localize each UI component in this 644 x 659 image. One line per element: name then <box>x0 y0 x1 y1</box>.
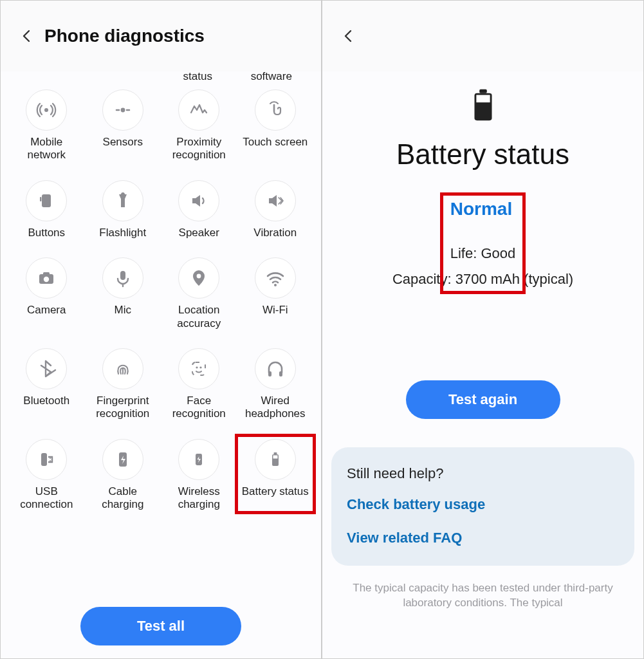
tile-label: USB connection <box>11 485 82 512</box>
location-icon <box>178 257 219 299</box>
clipped-label-software: software <box>235 70 309 83</box>
tile-label: Touch screen <box>243 136 308 149</box>
mic-icon <box>102 257 143 299</box>
tile-wifi[interactable]: Wi-Fi <box>237 257 314 330</box>
clipped-label-status: status <box>161 70 235 83</box>
tile-label: Location accuracy <box>163 304 234 330</box>
footnote: The typical capacity has been tested und… <box>322 566 643 611</box>
chevron-left-icon <box>340 28 356 44</box>
test-again-button[interactable]: Test again <box>406 380 560 419</box>
help-heading: Still need help? <box>347 465 619 482</box>
tile-label: Sensors <box>103 136 143 149</box>
fingerprint-icon <box>102 348 143 389</box>
tile-fingerprint[interactable]: Fingerprint recognition <box>85 348 161 421</box>
tile-label: Fingerprint recognition <box>87 394 158 421</box>
wifi-icon <box>255 257 296 299</box>
battery-status-screen: Battery status Normal Life: Good Capacit… <box>322 0 644 659</box>
tile-mobile-network[interactable]: Mobile network <box>8 89 85 162</box>
tile-label: Speaker <box>179 227 219 239</box>
tile-sensors[interactable]: Sensors <box>85 89 161 162</box>
tile-cable-charging[interactable]: Cable charging <box>85 439 161 512</box>
battery-capacity-value: Capacity: 3700 mAh (typical) <box>392 271 573 288</box>
back-button[interactable] <box>335 23 361 49</box>
tile-mic[interactable]: Mic <box>85 257 161 330</box>
tile-flashlight[interactable]: Flashlight <box>85 180 161 239</box>
tile-bluetooth[interactable]: Bluetooth <box>8 348 85 421</box>
tile-label: Cable charging <box>87 485 158 512</box>
tile-wireless-charging[interactable]: Wireless charging <box>161 439 237 512</box>
chevron-left-icon <box>19 28 34 44</box>
tile-label: Bluetooth <box>23 394 69 407</box>
sensors-icon <box>102 89 143 131</box>
tile-label: Face recognition <box>163 394 234 421</box>
tile-buttons[interactable]: Buttons <box>8 180 85 239</box>
tile-face-recognition[interactable]: Face recognition <box>161 348 237 421</box>
tile-proximity-recognition[interactable]: Proximity recognition <box>161 89 237 162</box>
tile-label: Wired headphones <box>240 394 311 421</box>
tile-label: Mobile network <box>11 136 82 162</box>
camera-icon <box>26 257 67 299</box>
battery-icon <box>255 439 296 480</box>
face-icon <box>178 348 219 389</box>
tile-touch-screen[interactable]: Touch screen <box>237 89 314 162</box>
tile-usb-connection[interactable]: USB connection <box>8 439 85 512</box>
tile-label: Camera <box>27 304 66 317</box>
header <box>322 1 643 71</box>
back-button[interactable] <box>14 23 39 49</box>
clipped-labels-row: status software <box>1 70 321 83</box>
view-faq-link[interactable]: View related FAQ <box>347 530 619 546</box>
tile-location-accuracy[interactable]: Location accuracy <box>161 257 237 330</box>
buttons-icon <box>26 180 67 221</box>
test-all-button[interactable]: Test all <box>80 607 241 645</box>
usb-icon <box>26 439 67 480</box>
tile-label: Proximity recognition <box>163 136 234 162</box>
tile-label: Mic <box>115 304 131 317</box>
page-title: Phone diagnostics <box>44 26 205 46</box>
vibration-icon <box>255 180 296 221</box>
diagnostics-screen: Phone diagnostics status software Mobile… <box>0 0 322 659</box>
headphones-icon <box>255 348 296 389</box>
battery-status-value: Normal <box>450 199 516 219</box>
diagnostics-grid: Mobile networkSensorsProximity recogniti… <box>1 83 321 512</box>
page-title: Battery status <box>396 138 569 171</box>
battery-life-value: Life: Good <box>450 245 516 262</box>
proximity-icon <box>178 89 219 131</box>
tile-label: Vibration <box>253 227 297 239</box>
flashlight-icon <box>102 180 143 221</box>
battery-icon <box>470 87 496 123</box>
bluetooth-icon <box>26 348 67 389</box>
tile-label: Wireless charging <box>163 485 234 512</box>
tile-vibration[interactable]: Vibration <box>237 180 314 239</box>
tile-label: Wi-Fi <box>262 304 288 317</box>
cable-charge-icon <box>102 439 143 480</box>
touch-icon <box>255 89 296 131</box>
tile-wired-headphones[interactable]: Wired headphones <box>237 348 314 421</box>
tile-label: Buttons <box>28 227 65 239</box>
check-battery-usage-link[interactable]: Check battery usage <box>347 496 619 513</box>
tile-label: Flashlight <box>99 227 146 239</box>
status-highlight: Normal Life: Good <box>443 196 524 265</box>
tile-battery-status[interactable]: Battery status <box>237 439 314 512</box>
tile-camera[interactable]: Camera <box>8 257 85 330</box>
header: Phone diagnostics <box>1 1 321 71</box>
tile-label: Battery status <box>242 485 309 498</box>
antenna-icon <box>26 89 67 131</box>
speaker-icon <box>178 180 219 221</box>
help-card: Still need help? Check battery usage Vie… <box>331 447 634 566</box>
tile-speaker[interactable]: Speaker <box>161 180 237 239</box>
wireless-charge-icon <box>178 439 219 480</box>
